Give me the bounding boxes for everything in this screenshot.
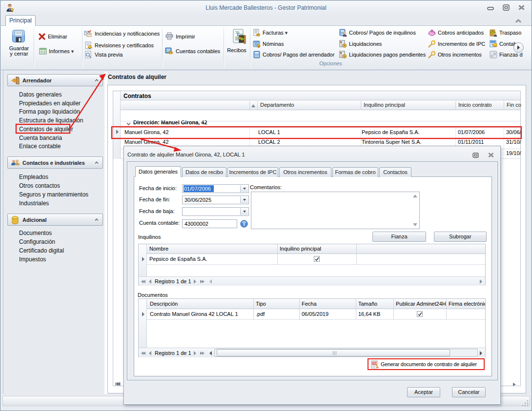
svg-text:i: i — [244, 221, 245, 227]
svg-text:PDF: PDF — [372, 362, 378, 365]
